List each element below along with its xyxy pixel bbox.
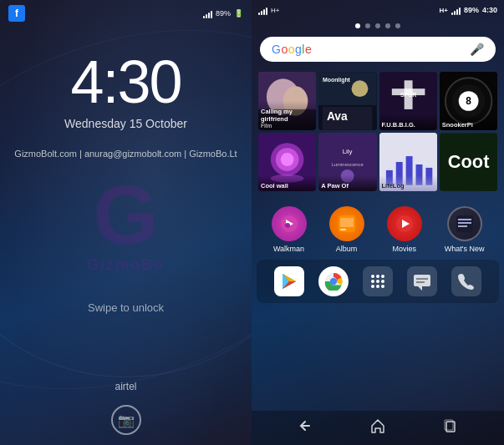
home-screen: H+ H+ 89% 4:30 Google 🎤: [252, 0, 504, 445]
home-status-right: H+ 89% 4:30: [440, 5, 497, 15]
lock-date: Wednesday 15 October: [64, 117, 187, 130]
svg-point-60: [371, 285, 374, 288]
whatsnew-label: What's New: [445, 245, 485, 253]
svg-point-57: [371, 280, 374, 283]
album-app[interactable]: Album: [329, 206, 364, 253]
svg-point-54: [371, 275, 374, 278]
svg-rect-45: [458, 222, 471, 224]
watermark-text: GizmoBo: [87, 255, 165, 273]
page-dot-4[interactable]: [385, 23, 390, 28]
playstore-icon[interactable]: [274, 266, 304, 296]
svg-text:Lily: Lily: [343, 148, 353, 155]
svg-point-59: [381, 280, 384, 283]
tile-coot[interactable]: Coot: [440, 133, 497, 191]
tile-fubbig-title: F.U.B.B.I.G.: [382, 121, 435, 129]
svg-point-22: [281, 153, 294, 166]
tile-coolwall[interactable]: Cool wall: [258, 133, 316, 191]
tile-fubbig-label: F.U.B.B.I.G.: [379, 114, 437, 130]
tile-moonlight[interactable]: Moonlight Ava: [318, 72, 376, 130]
signal-bar-1: [203, 16, 205, 18]
tile-pawof[interactable]: Lily Luminescence A Paw Of: [318, 133, 376, 191]
signal-bars: [203, 8, 212, 18]
home-signal-type-right: H+: [440, 7, 448, 14]
facebook-icon: f: [8, 5, 25, 22]
google-search-bar[interactable]: Google 🎤: [260, 37, 496, 62]
tile-moonlight-label: [318, 127, 376, 130]
home-signal-type: H+: [271, 7, 279, 14]
home-status-left: H+: [258, 5, 279, 15]
tile-calling-label: Calling my girlfriend Film: [258, 101, 316, 130]
signal-bar-4: [266, 8, 267, 15]
signal-bar-3: [208, 13, 210, 18]
app-icons-row: Walkman Album Movies: [252, 200, 504, 260]
signal-bar-3: [263, 9, 265, 15]
movies-label: Movies: [392, 245, 416, 253]
page-indicators: [252, 20, 504, 32]
home-signal-bars-right: [451, 5, 461, 15]
svg-rect-44: [458, 219, 471, 220]
svg-rect-13: [391, 88, 425, 95]
signal-bar-2: [261, 11, 262, 15]
app-launcher-icon[interactable]: [363, 266, 393, 296]
svg-point-37: [285, 223, 290, 228]
svg-text:8: 8: [466, 95, 471, 107]
svg-rect-46: [458, 225, 467, 227]
svg-text:Moonlight: Moonlight: [323, 77, 351, 83]
navigation-bar: [252, 411, 504, 445]
svg-point-62: [381, 285, 384, 288]
svg-point-61: [376, 285, 379, 288]
messaging-icon[interactable]: [407, 266, 437, 296]
home-button[interactable]: [365, 417, 390, 438]
phone-icon[interactable]: [451, 266, 481, 296]
album-label: Album: [336, 245, 358, 253]
back-button[interactable]: [293, 417, 318, 438]
lock-notifications: GizmoBolt.com | anurag@gizmobolt.com | G…: [14, 147, 237, 162]
tile-calling-sub: Film: [261, 123, 313, 129]
chrome-icon[interactable]: [318, 266, 349, 296]
walkman-app[interactable]: Walkman: [272, 206, 307, 253]
tile-pawof-label: A Paw Of: [318, 175, 376, 191]
battery-level: 89%: [216, 9, 231, 18]
svg-point-55: [376, 275, 379, 278]
svg-rect-39: [340, 218, 354, 227]
swipe-to-unlock[interactable]: Swipe to unlock: [88, 301, 164, 314]
signal-bar-2: [454, 11, 456, 15]
home-status-bar: H+ H+ 89% 4:30: [252, 0, 504, 20]
svg-point-53: [330, 279, 336, 285]
svg-marker-64: [418, 286, 422, 291]
svg-rect-63: [414, 275, 430, 286]
home-battery-level: 89%: [464, 6, 479, 14]
recents-button[interactable]: [438, 417, 463, 438]
page-dot-3[interactable]: [375, 23, 380, 28]
lock-status-right: 89% 🔋: [203, 8, 243, 18]
tile-coolwall-title: Cool wall: [261, 182, 313, 190]
camera-button[interactable]: 📷: [111, 405, 141, 435]
svg-point-7: [352, 80, 369, 97]
svg-text:Luminescence: Luminescence: [332, 162, 364, 167]
watermark-g: G: [94, 172, 159, 255]
movies-icon: [387, 206, 422, 241]
lock-time: 4:30: [64, 52, 187, 112]
carrier-label: airtel: [115, 381, 136, 392]
tile-calling-title: Calling my girlfriend: [261, 108, 313, 123]
lock-time-container: 4:30 Wednesday 15 October: [64, 52, 187, 130]
page-dot-5[interactable]: [395, 23, 400, 28]
home-time: 4:30: [482, 6, 497, 14]
movies-app[interactable]: Movies: [387, 206, 422, 253]
walkman-icon: [272, 206, 307, 241]
tile-lifelog-title: LifeLog: [382, 182, 435, 190]
tile-calling-my-girlfriend[interactable]: Calling my girlfriend Film: [258, 72, 316, 130]
page-dot-1[interactable]: [355, 23, 360, 28]
signal-bar-1: [258, 13, 260, 15]
tile-coolwall-label: Cool wall: [258, 175, 316, 191]
page-dot-2[interactable]: [365, 23, 370, 28]
whatsnew-app[interactable]: What's New: [445, 206, 485, 253]
google-mic-icon[interactable]: 🎤: [470, 43, 484, 56]
tile-fubbig[interactable]: SPUR F.U.B.B.I.G.: [379, 72, 437, 130]
tile-snooker[interactable]: 8 SnookerPi: [440, 72, 497, 130]
tile-snooker-label: SnookerPi: [440, 114, 497, 130]
tile-pawof-title: A Paw Of: [321, 182, 374, 190]
lock-status-bar: f 89% 🔋: [0, 0, 252, 27]
signal-bar-1: [451, 13, 453, 15]
tile-lifelog[interactable]: LifeLog: [379, 133, 437, 191]
